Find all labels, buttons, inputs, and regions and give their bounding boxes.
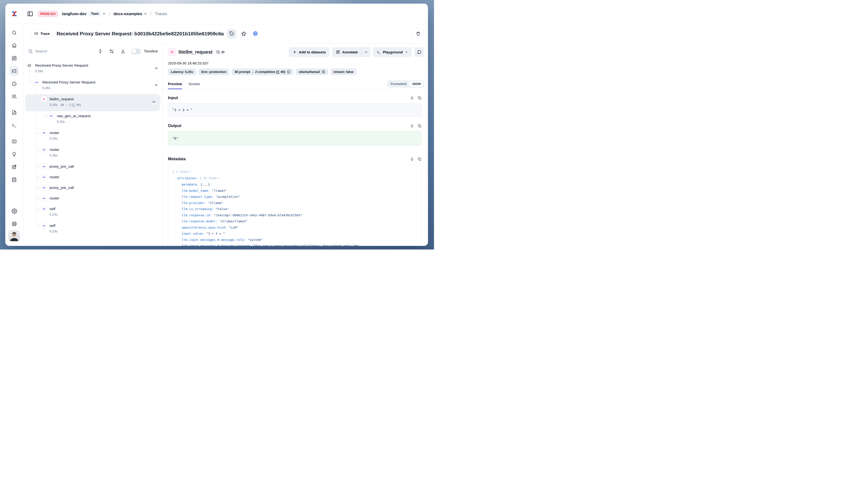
span-arrows-icon: [34, 79, 40, 85]
collapse-all-icon[interactable]: [98, 49, 103, 54]
tag-icon[interactable]: [227, 29, 236, 38]
playground-button[interactable]: Playground: [373, 47, 412, 57]
sessions-icon[interactable]: [9, 79, 19, 88]
breadcrumb-section[interactable]: Traces: [155, 12, 167, 16]
home-icon[interactable]: [9, 41, 19, 50]
annotate-button[interactable]: Annotate: [332, 47, 362, 57]
view-mode-toggle: Formatted JSON: [387, 80, 424, 88]
tree-row-duration: 5.25s: [50, 103, 58, 107]
tree-row-span[interactable]: router 5.26s: [23, 128, 163, 145]
tree-row-label: self: [50, 206, 58, 212]
user-avatar[interactable]: [9, 230, 20, 241]
search-icon[interactable]: [9, 28, 19, 38]
metadata-json-line: llm.response.model:"ollama/llama3": [172, 218, 417, 224]
chevron-down-icon[interactable]: [144, 12, 147, 16]
copy-icon[interactable]: [418, 124, 422, 128]
view-json-option[interactable]: JSON: [409, 81, 424, 87]
breadcrumb-project[interactable]: docs-examples: [113, 12, 142, 16]
annotate-label: Annotate: [342, 50, 358, 54]
fold-vertical-icon[interactable]: [410, 157, 414, 161]
metadata-json-line: llm.provider:"ollama": [172, 200, 417, 206]
tree-search-input[interactable]: [35, 49, 64, 53]
chevron-down-icon[interactable]: [102, 12, 106, 16]
span-arrows-icon: [41, 147, 47, 153]
observation-header: litellm_request ID Add to datasets: [168, 47, 424, 57]
globe-icon[interactable]: [251, 29, 259, 38]
trace-header: Trace Received Proxy Server Request: b30…: [23, 24, 428, 43]
tree-row-span[interactable]: self 5.23s: [23, 204, 163, 221]
tokens-badge[interactable]: 38 prompt → 2 completion (∑ 40): [232, 69, 294, 75]
tree-search[interactable]: [28, 49, 91, 54]
annotation-icon[interactable]: [9, 162, 19, 172]
playground-icon[interactable]: [9, 121, 19, 130]
metadata-json-line: llm.request.type:"acompletion": [172, 194, 417, 200]
suggestions-icon[interactable]: [9, 149, 19, 159]
copy-icon[interactable]: [418, 157, 422, 161]
chevron-down-icon[interactable]: [154, 66, 158, 70]
tracing-icon[interactable]: [9, 66, 19, 76]
span-arrows-icon: [41, 222, 47, 229]
fold-vertical-icon[interactable]: [410, 124, 414, 128]
trace-title: Received Proxy Server Request: b3010b422…: [57, 31, 224, 37]
metadata-json-line[interactable]: metadata:{...}: [172, 181, 417, 188]
tree-row-span[interactable]: router 5.26s: [23, 145, 163, 162]
breadcrumb-separator: /: [150, 11, 152, 16]
metadata-json-line[interactable]: {3 Items: [172, 169, 417, 175]
datasets-icon[interactable]: [9, 175, 19, 184]
tree-row-label: raw_gen_ai_request: [57, 113, 90, 119]
users-icon[interactable]: [9, 92, 19, 101]
detail-tabs: Preview Scores Formatted JSON: [163, 79, 428, 89]
tree-row-span[interactable]: router: [23, 172, 163, 183]
sidebar-toggle-icon[interactable]: [27, 11, 33, 17]
tree-row-generation-selected[interactable]: litellm_request 5.25s38 → 2 (∑ 40): [25, 94, 160, 111]
environment-badge[interactable]: PROD-EU: [38, 11, 58, 17]
support-icon[interactable]: [9, 219, 19, 229]
langfuse-logo[interactable]: [5, 11, 23, 17]
tree-row-span[interactable]: Received Proxy Server Request 5.26s: [23, 77, 163, 94]
tree-row-label: Received Proxy Server Request: [35, 62, 88, 69]
tree-row-label: router: [50, 147, 59, 153]
display-settings-icon[interactable]: [109, 49, 114, 54]
settings-icon[interactable]: [9, 206, 19, 216]
nav-rail: [5, 24, 23, 246]
copy-icon[interactable]: [418, 96, 422, 100]
annotate-dropdown-chevron[interactable]: [362, 47, 370, 57]
download-icon[interactable]: [121, 49, 125, 54]
tree-row-span[interactable]: router: [23, 193, 163, 204]
observation-detail-panel: litellm_request ID Add to datasets: [163, 43, 428, 246]
input-section-label: Input: [168, 96, 178, 100]
fold-vertical-icon[interactable]: [410, 96, 414, 100]
annotate-split-button: Annotate: [332, 47, 370, 57]
metadata-json-viewer: {3 Items attributes:{20 Items metadata:{…: [168, 165, 422, 246]
model-badge[interactable]: ollama/llama3: [296, 69, 328, 75]
evaluation-icon[interactable]: [9, 137, 19, 146]
tree-row-trace[interactable]: Received Proxy Server Request 5.26s: [23, 61, 163, 77]
view-formatted-option[interactable]: Formatted: [388, 81, 409, 87]
tree-row-span[interactable]: raw_gen_ai_request 5.25s: [23, 111, 163, 128]
metadata-json-line[interactable]: attributes:{20 Items: [172, 175, 417, 182]
tree-row-label: proxy_pre_call: [50, 163, 74, 170]
tree-row-span[interactable]: proxy_pre_call: [23, 183, 163, 193]
breadcrumb-separator: /: [109, 11, 111, 16]
trace-type-chip[interactable]: Trace: [31, 29, 53, 38]
tree-row-span[interactable]: self 5.23s: [23, 221, 163, 238]
add-to-datasets-button[interactable]: Add to datasets: [289, 47, 330, 57]
tree-row-label: router: [50, 130, 59, 136]
tab-preview[interactable]: Preview: [168, 79, 182, 89]
chevron-down-icon[interactable]: [154, 83, 158, 87]
delete-trace-button[interactable]: [413, 28, 424, 39]
tree-row-span[interactable]: proxy_pre_call: [23, 162, 163, 172]
copy-id-button[interactable]: ID: [216, 50, 224, 54]
star-icon[interactable]: [240, 29, 248, 38]
tokens-badge-label: 38 prompt → 2 completion (∑ 40): [234, 70, 285, 74]
prompts-icon[interactable]: [9, 108, 19, 118]
tab-scores[interactable]: Scores: [188, 79, 200, 89]
tree-row-tokens: 38 → 2 (∑ 40): [60, 103, 81, 107]
org-name[interactable]: langfuse-dev: [62, 12, 87, 16]
add-to-datasets-label: Add to datasets: [299, 50, 326, 54]
comments-button[interactable]: [414, 47, 424, 57]
timeline-toggle[interactable]: [131, 49, 141, 54]
dashboards-icon[interactable]: [9, 53, 19, 63]
observation-tree: Received Proxy Server Request 5.26s Rece…: [23, 61, 163, 246]
chevron-down-icon[interactable]: [152, 100, 156, 104]
